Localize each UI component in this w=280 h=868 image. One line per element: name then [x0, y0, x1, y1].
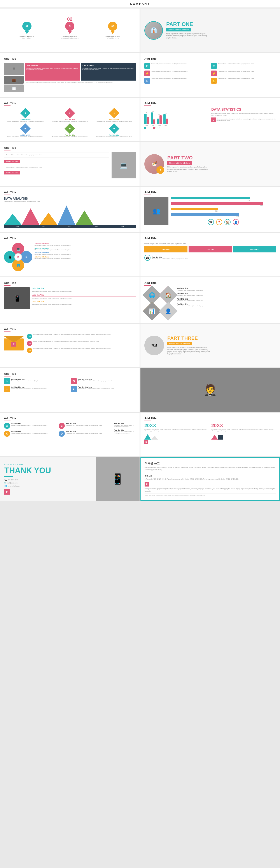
contact-website: www.website.com [8, 485, 20, 487]
year-stat-2: 20XX Flying impression graphic design th… [211, 423, 276, 446]
slide-icon-list: Add Title ✉ Please add your text descrip… [140, 53, 280, 97]
icon-list2-item-2: ⚙ Add the title here Please add your tex… [71, 378, 136, 384]
part-one-label: PART ONE [166, 22, 210, 27]
slide-ad: 직목을 쓰고 Flying impression graphic design.… [140, 457, 280, 501]
diamond-item-4: ✦ Add the title Please add your text des… [4, 123, 47, 137]
icon-phone: ☎ [208, 219, 214, 225]
icon-item-4: ⚡ Please add your text description to th… [211, 70, 276, 76]
part-one-text: PART ONE Please add the title here Flyin… [166, 22, 210, 39]
abcd-b: B Add the title Please add your text des… [59, 423, 112, 429]
envelope-text: ✉ Flying impression graphic design thank… [27, 334, 136, 353]
part-two-title: Please add the title here [167, 161, 192, 165]
abcd-a: A Add the title Please add your text des… [4, 423, 57, 429]
thank-you-title: THANK YOU [4, 467, 91, 474]
card-red-1: Add the title Flying impression graphic … [25, 63, 80, 81]
pin-num-3: 03 [111, 25, 114, 28]
icon-item-6: 🔔 Please add your text description to th… [211, 78, 276, 84]
slide-part-one: 👔 PART ONE Please add the title here Fly… [140, 8, 280, 52]
cta-left: Please add your text description to the … [4, 152, 109, 178]
slide20-content: 20XX Flying impression graphic design th… [144, 423, 276, 446]
mountain-chart [4, 204, 136, 225]
pin-big-num: 02 [61, 17, 79, 22]
stats-desc1: Flying impression graphic design thank y… [211, 113, 276, 116]
pin-label-1: 직목을 입력하세요OIN COMPANY [20, 35, 34, 39]
slide-thank-you: COMPANY NAME THANK YOU 📞 000-0000-0000 ✉… [0, 457, 140, 501]
diamond-item-5: ✦ Add the title Please add your text des… [48, 123, 91, 137]
icon-item-1: ✉ Please add your text description to th… [144, 63, 209, 69]
diamond-item-3: ✦ Add the title Please add your text des… [92, 107, 136, 122]
slide6-title: Add Title [144, 101, 276, 105]
tri-4 [58, 206, 75, 225]
icon-location: 📍 [216, 219, 222, 225]
flower-text-items: Add the title here Please add your text … [34, 243, 136, 271]
diamond-photos-content: 🌐 🏠 📊 👤 Add the title Please add your te… [144, 287, 276, 319]
icon-list2-item-4: ♥ Add the title here Please add your tex… [71, 386, 136, 392]
abcd-c: C Add the title Please add your text des… [4, 431, 57, 437]
slide10-bars: 75% 88% 45% 65% ☎ 📍 🏠 [171, 197, 276, 225]
slide-diamond-photos: Add Title 🌐 🏠 📊 👤 [140, 277, 280, 323]
part-two-desc: Flying impression graphic design thank y… [167, 166, 211, 172]
pin-item-1: 01 직목을 입력하세요OIN COMPANY [20, 22, 34, 39]
part-two-text: PART TWO Please add the title here Flyin… [167, 155, 211, 172]
slide-cards: Add Title 🖥 💼 📊 Add the title Flying imp… [0, 53, 140, 97]
abcd-d: D Add the title Please add your text des… [59, 431, 112, 437]
data-stats-title: DATA STATISTICS [211, 107, 276, 112]
slide-diamond-icons: Add Title ✦ Add the title Please add you… [0, 98, 140, 141]
diamond-photo-2: 🏠 [159, 286, 178, 304]
slide14-title: Add Title [144, 281, 276, 284]
slide4-title: Add Title [144, 57, 276, 60]
slide20-title: Add Title [144, 416, 276, 420]
data-analysis-desc: Please add your text description to the … [4, 201, 136, 202]
contact-phone: 000-0000-0000 [8, 479, 18, 480]
diamond-item-2: ✦ Add the title Please add your text des… [48, 107, 91, 122]
diamond-item-1: ✦ Add the title Please add your text des… [4, 107, 47, 122]
tri-1 [4, 214, 22, 225]
slide-part-three: 🍽 PART THREE Please add the title here F… [140, 323, 280, 367]
slide10-title: Add Title [144, 191, 276, 194]
pin-item-3: 03 직목을 입력하세요FUTURE OUTLOOK [106, 22, 120, 39]
diamond-photo-grid: 🌐 🏠 📊 👤 [144, 287, 175, 319]
icon-item-5: E Please add your text description to th… [144, 78, 209, 84]
ad-bottom-text: 직목을 입력하세요 In Template: 직목을 입력하세요 Flying … [145, 495, 276, 497]
years-bar: 2012 2013 2014 2015 2016 [4, 225, 136, 228]
ad-title: 직목을 쓰고 [145, 461, 276, 465]
cta-btn2[interactable]: Add the title here [4, 171, 20, 175]
diamond-photo-1: 🌐 [143, 286, 162, 304]
slide-20xx: Add Title 20XX Flying impression graphic… [140, 413, 280, 456]
device-image: 📱 [4, 287, 30, 309]
slide3-title: Add Title [4, 57, 136, 60]
cta-box1: Please add your text description to the … [4, 152, 109, 157]
stats-text-area: DATA STATISTICS Flying impression graphi… [211, 107, 276, 129]
icon-list2-item-3: ✦ Add the title here Please add your tex… [4, 386, 69, 392]
contact-email: mail@mail.com [7, 482, 18, 484]
slide9-title: Add Title [4, 191, 136, 194]
cta-btn1[interactable]: Add the title here [4, 160, 20, 163]
abcd-grid: A Add the title Please add your text des… [4, 423, 112, 437]
device-text: Add the Title Flying impression graphic … [32, 287, 136, 309]
envelope-content: E ✉ Flying impression graphic design tha… [4, 334, 136, 353]
part-three-title: Please add the title here [167, 342, 192, 345]
title-boxes-row: Title One Title Two Title Three [144, 246, 276, 252]
slide10-photo: 👥 [144, 197, 168, 225]
slide-title-boxes: Add Title Please add your text descripti… [140, 233, 280, 276]
flower-diagram: 💻 📱 🖥 🌐 E [4, 243, 32, 271]
ad-desc1: Flying impression graphic design. 직목을 쓰고… [145, 466, 276, 471]
slide-cta: Add Title Please add your text descripti… [0, 142, 140, 186]
slide11-title: Add Title [4, 237, 136, 240]
slide-company-pins: 01 직목을 입력하세요OIN COMPANY 02 C 직목을 입력하세요SU… [0, 8, 140, 52]
tri-3 [40, 213, 57, 225]
diamond-photo-4: 👤 [159, 302, 178, 320]
slide7-title: Add Title [4, 146, 136, 149]
ad-desc2: Flying impression graphic design thank y… [145, 488, 276, 492]
year-stat-1: 20XX Flying impression graphic design th… [144, 423, 209, 444]
slide-data-statistics: Add Title 6 one 6.7 [140, 98, 280, 141]
bar-chart-area: 6 one 6.7 two [144, 107, 209, 129]
part-two-image: 🍜 ✦ [144, 154, 164, 174]
slide3-images: 🖥 💼 📊 [4, 63, 24, 92]
part-three-label: PART THREE [167, 336, 211, 341]
slide-icon-list2: Add Title ✈ Add the title here Please ad… [0, 368, 140, 412]
diamond-photo-3: 📊 [143, 302, 162, 320]
abcd-right: Add the title Please add your text descr… [114, 423, 136, 437]
pin-circle-3: 03 [108, 22, 117, 31]
icon-person: 👤 [233, 219, 239, 225]
